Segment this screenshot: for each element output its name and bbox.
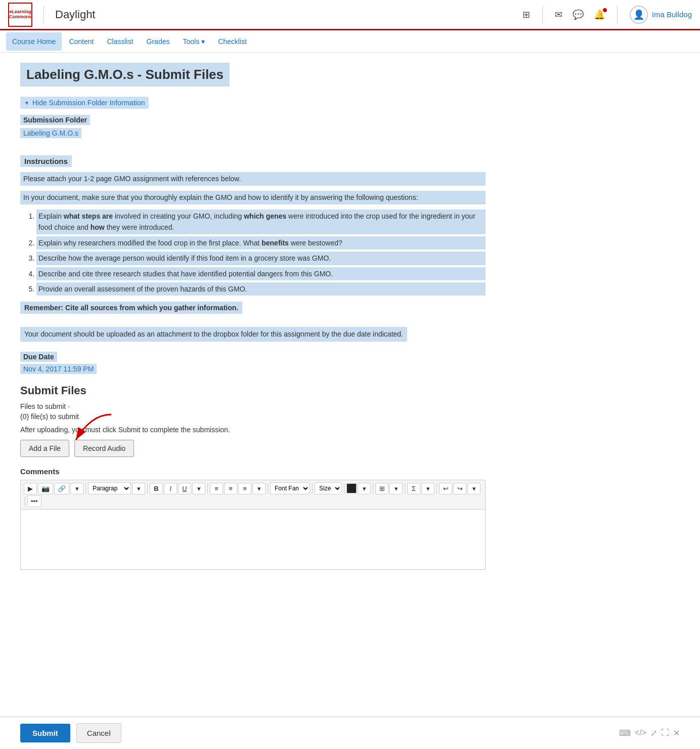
comments-label: Comments	[20, 467, 486, 476]
submit-section: Submit Files Files to submit · (0) file(…	[20, 384, 486, 457]
toolbar-divider8	[405, 483, 405, 493]
due-section: Due Date Nov 4, 2017 11:59 PM	[20, 352, 486, 374]
submission-folder-value: Labeling G.M.O.s	[20, 128, 81, 138]
file-buttons-area: Add a File Record Audio	[20, 440, 486, 457]
logo-divider	[43, 6, 44, 24]
comments-section: Comments ▶ 📷 🔗 ▾ Paragrap Heading 1 Head…	[20, 467, 486, 570]
paragraph-dropdown-button[interactable]: ▾	[132, 483, 145, 494]
toolbar-divider3	[207, 483, 208, 493]
submission-folder-label: Submission Folder	[20, 115, 90, 125]
due-date-label: Due Date	[20, 352, 57, 362]
toolbar-divider6	[344, 483, 344, 493]
logo-area: eLearning Commons Daylight	[8, 3, 95, 27]
mail-icon-button[interactable]: ✉	[551, 6, 566, 23]
list-item: Describe and cite three research studies…	[36, 267, 486, 280]
font-select[interactable]: Font Fan	[270, 482, 310, 494]
list-dropdown-button[interactable]: ▾	[252, 483, 266, 494]
table-dropdown-button[interactable]: ▾	[389, 483, 403, 494]
info-section: ▼ Hide Submission Folder Information Sub…	[20, 97, 486, 145]
bold-button[interactable]: B	[150, 483, 163, 494]
chat-icon-button[interactable]: 💬	[568, 6, 588, 23]
format-dropdown-button[interactable]: ▾	[192, 483, 205, 494]
page-title: Labeling G.M.O.s - Submit Files	[20, 63, 230, 87]
color-dropdown-button[interactable]: ▾	[358, 483, 371, 494]
redo-button[interactable]: ↪	[453, 483, 466, 494]
files-to-submit-label: Files to submit ·	[20, 402, 486, 410]
toolbar-divider7	[373, 483, 373, 493]
list-item: Explain what steps are involved in creat…	[36, 210, 486, 234]
color-picker-button[interactable]	[346, 483, 357, 493]
notification-icon-button[interactable]: 🔔	[590, 6, 609, 23]
toolbar-divider2	[147, 483, 148, 493]
toolbar-divider9	[436, 483, 437, 493]
notification-dot	[603, 8, 607, 12]
instructions-section: Instructions Please attach your 1-2 page…	[20, 155, 486, 352]
user-menu[interactable]: 👤 Ima Bulldog	[630, 6, 692, 24]
list-item: Describe how the average person would id…	[36, 252, 486, 265]
toolbar-divider5	[312, 483, 313, 493]
comments-editor-body[interactable]	[20, 509, 486, 570]
arrow-annotation	[61, 412, 121, 447]
top-icons: ⊞ ✉ 💬 🔔 👤 Ima Bulldog	[518, 6, 692, 24]
align-center-button[interactable]: ≡	[224, 483, 237, 494]
logo-icon: eLearning Commons	[8, 3, 32, 27]
user-name-label: Ima Bulldog	[652, 10, 692, 19]
undo-button[interactable]: ↩	[439, 483, 452, 494]
nav-item-course-home[interactable]: Course Home	[6, 32, 62, 51]
main-content: Labeling G.M.O.s - Submit Files ▼ Hide S…	[0, 53, 506, 620]
align-left-button[interactable]: ≡	[210, 483, 223, 494]
formula-button[interactable]: Σ	[407, 483, 420, 494]
camera-icon-button[interactable]: 📷	[38, 483, 53, 494]
reminder-text: Remember: Cite all sources from which yo…	[20, 302, 242, 314]
toolbar-divider4	[268, 483, 268, 493]
toggle-submission-info-button[interactable]: ▼ Hide Submission Folder Information	[20, 97, 149, 109]
video-icon-button[interactable]: ▶	[24, 483, 37, 494]
link-icon-button[interactable]: 🔗	[54, 483, 69, 494]
link-dropdown-button[interactable]: ▾	[70, 483, 83, 494]
instruction-para1: Please attach your 1-2 page GMO assignme…	[20, 172, 486, 186]
tools-dropdown-arrow: ▾	[201, 37, 205, 46]
nav-item-checklist[interactable]: Checklist	[212, 32, 253, 51]
editor-toolbar: ▶ 📷 🔗 ▾ Paragrap Heading 1 Heading 2 ▾ B…	[20, 480, 486, 509]
due-date-value: Nov 4, 2017 11:59 PM	[20, 364, 97, 374]
nav-bar: Course Home Content Classlist Grades Too…	[0, 30, 700, 53]
more-options-button[interactable]: •••	[27, 495, 41, 507]
underline-button[interactable]: U	[178, 483, 191, 494]
nav-item-classlist[interactable]: Classlist	[101, 32, 139, 51]
nav-item-content[interactable]: Content	[63, 32, 100, 51]
instruction-para2: In your document, make sure that you tho…	[20, 191, 486, 204]
submit-files-heading: Submit Files	[20, 384, 486, 397]
icon-divider2	[617, 6, 618, 24]
icon-divider	[542, 6, 543, 24]
list-item: Provide an overall assessment of the pro…	[36, 282, 486, 296]
app-name: Daylight	[55, 8, 95, 21]
nav-item-tools[interactable]: Tools ▾	[177, 32, 211, 51]
italic-button[interactable]: I	[164, 483, 177, 494]
toolbar-divider10	[25, 496, 25, 507]
list-button[interactable]: ≡	[238, 483, 251, 494]
upload-note: Your document should be uploaded as an a…	[20, 327, 407, 342]
toolbar-divider1	[85, 483, 86, 493]
table-button[interactable]: ⊞	[375, 483, 388, 494]
formula-dropdown-button[interactable]: ▾	[421, 483, 434, 494]
grid-icon-button[interactable]: ⊞	[518, 6, 534, 23]
instructions-heading: Instructions	[20, 155, 72, 167]
user-avatar: 👤	[630, 6, 648, 24]
list-item: Explain why researchers modified the foo…	[36, 236, 486, 249]
size-select[interactable]: Size	[315, 482, 342, 494]
toggle-arrow-icon: ▼	[24, 100, 29, 106]
nav-item-grades[interactable]: Grades	[141, 32, 176, 51]
redo-dropdown-button[interactable]: ▾	[467, 483, 480, 494]
instruction-list: Explain what steps are involved in creat…	[36, 210, 486, 296]
paragraph-select[interactable]: Paragrap Heading 1 Heading 2	[88, 482, 131, 494]
top-bar: eLearning Commons Daylight ⊞ ✉ 💬 🔔 👤 Ima…	[0, 0, 700, 30]
